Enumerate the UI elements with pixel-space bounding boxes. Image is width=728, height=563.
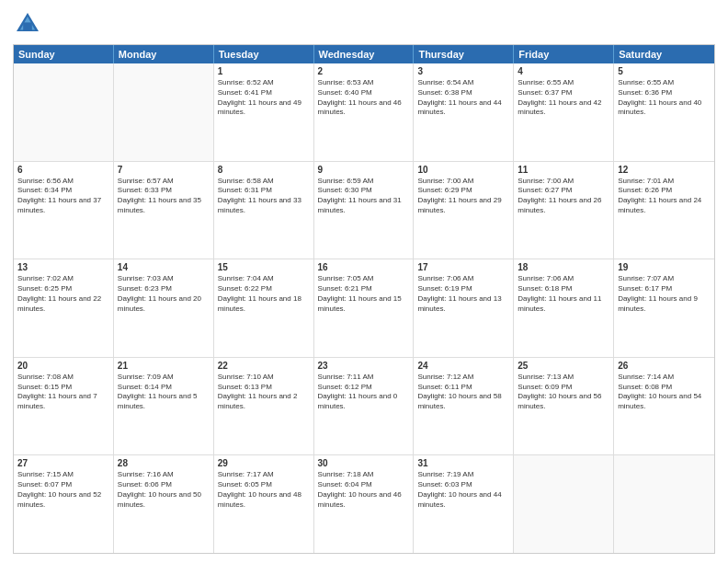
day-number: 19 bbox=[618, 262, 711, 272]
day-info: Sunrise: 7:03 AM Sunset: 6:23 PM Dayligh… bbox=[118, 274, 210, 314]
day-info: Sunrise: 6:54 AM Sunset: 6:38 PM Dayligh… bbox=[417, 78, 509, 118]
day-info: Sunrise: 7:06 AM Sunset: 6:19 PM Dayligh… bbox=[417, 274, 509, 314]
col-header-tuesday: Tuesday bbox=[214, 45, 314, 63]
day-info: Sunrise: 7:13 AM Sunset: 6:09 PM Dayligh… bbox=[518, 373, 609, 412]
cal-cell: 4Sunrise: 6:55 AM Sunset: 6:37 PM Daylig… bbox=[514, 63, 614, 161]
header bbox=[13, 9, 715, 39]
day-number: 9 bbox=[318, 165, 410, 175]
day-number: 28 bbox=[118, 458, 210, 468]
day-number: 16 bbox=[318, 262, 410, 272]
cal-cell bbox=[514, 455, 614, 553]
day-info: Sunrise: 6:58 AM Sunset: 6:31 PM Dayligh… bbox=[218, 177, 310, 216]
page: SundayMondayTuesdayWednesdayThursdayFrid… bbox=[0, 0, 728, 563]
day-info: Sunrise: 6:55 AM Sunset: 6:36 PM Dayligh… bbox=[618, 78, 711, 118]
day-number: 17 bbox=[417, 262, 509, 272]
cal-cell: 23Sunrise: 7:11 AM Sunset: 6:12 PM Dayli… bbox=[314, 358, 415, 455]
cal-cell: 16Sunrise: 7:05 AM Sunset: 6:21 PM Dayli… bbox=[314, 259, 415, 357]
day-info: Sunrise: 6:55 AM Sunset: 6:37 PM Dayligh… bbox=[518, 78, 609, 118]
day-info: Sunrise: 7:02 AM Sunset: 6:25 PM Dayligh… bbox=[17, 274, 109, 314]
day-number: 1 bbox=[218, 66, 310, 76]
cal-cell: 9Sunrise: 6:59 AM Sunset: 6:30 PM Daylig… bbox=[314, 162, 415, 259]
day-number: 8 bbox=[218, 165, 310, 175]
cal-cell: 19Sunrise: 7:07 AM Sunset: 6:17 PM Dayli… bbox=[614, 259, 714, 357]
week-row-5: 27Sunrise: 7:15 AM Sunset: 6:07 PM Dayli… bbox=[14, 455, 714, 553]
cal-cell: 6Sunrise: 6:56 AM Sunset: 6:34 PM Daylig… bbox=[14, 162, 114, 259]
day-info: Sunrise: 7:11 AM Sunset: 6:12 PM Dayligh… bbox=[318, 373, 410, 412]
logo bbox=[13, 9, 46, 39]
day-info: Sunrise: 7:07 AM Sunset: 6:17 PM Dayligh… bbox=[618, 274, 711, 314]
cal-cell: 29Sunrise: 7:17 AM Sunset: 6:05 PM Dayli… bbox=[214, 455, 314, 553]
col-header-friday: Friday bbox=[514, 45, 614, 63]
day-info: Sunrise: 6:53 AM Sunset: 6:40 PM Dayligh… bbox=[318, 78, 410, 118]
day-number: 31 bbox=[417, 458, 509, 468]
day-number: 11 bbox=[518, 165, 609, 175]
day-info: Sunrise: 6:52 AM Sunset: 6:41 PM Dayligh… bbox=[218, 78, 310, 118]
cal-cell: 3Sunrise: 6:54 AM Sunset: 6:38 PM Daylig… bbox=[414, 63, 514, 161]
cal-cell: 1Sunrise: 6:52 AM Sunset: 6:41 PM Daylig… bbox=[214, 63, 314, 161]
day-number: 22 bbox=[218, 361, 310, 371]
day-number: 5 bbox=[618, 66, 711, 76]
day-number: 2 bbox=[318, 66, 410, 76]
cal-cell: 12Sunrise: 7:01 AM Sunset: 6:26 PM Dayli… bbox=[614, 162, 714, 259]
day-number: 13 bbox=[17, 262, 109, 272]
day-number: 14 bbox=[118, 262, 210, 272]
cal-cell: 2Sunrise: 6:53 AM Sunset: 6:40 PM Daylig… bbox=[314, 63, 415, 161]
cal-cell: 7Sunrise: 6:57 AM Sunset: 6:33 PM Daylig… bbox=[114, 162, 214, 259]
cal-cell: 25Sunrise: 7:13 AM Sunset: 6:09 PM Dayli… bbox=[514, 358, 614, 455]
day-info: Sunrise: 6:57 AM Sunset: 6:33 PM Dayligh… bbox=[118, 177, 210, 216]
svg-rect-2 bbox=[23, 22, 32, 31]
cal-cell: 11Sunrise: 7:00 AM Sunset: 6:27 PM Dayli… bbox=[514, 162, 614, 259]
week-row-1: 1Sunrise: 6:52 AM Sunset: 6:41 PM Daylig… bbox=[14, 63, 714, 162]
col-header-saturday: Saturday bbox=[614, 45, 714, 63]
day-info: Sunrise: 7:17 AM Sunset: 6:05 PM Dayligh… bbox=[218, 470, 310, 510]
day-number: 25 bbox=[518, 361, 609, 371]
col-header-sunday: Sunday bbox=[14, 45, 114, 63]
day-info: Sunrise: 7:00 AM Sunset: 6:29 PM Dayligh… bbox=[417, 177, 509, 216]
day-info: Sunrise: 7:15 AM Sunset: 6:07 PM Dayligh… bbox=[17, 470, 109, 510]
week-row-3: 13Sunrise: 7:02 AM Sunset: 6:25 PM Dayli… bbox=[14, 259, 714, 358]
cal-cell: 24Sunrise: 7:12 AM Sunset: 6:11 PM Dayli… bbox=[414, 358, 514, 455]
day-info: Sunrise: 7:04 AM Sunset: 6:22 PM Dayligh… bbox=[218, 274, 310, 314]
calendar: SundayMondayTuesdayWednesdayThursdayFrid… bbox=[13, 44, 715, 554]
day-info: Sunrise: 7:06 AM Sunset: 6:18 PM Dayligh… bbox=[518, 274, 609, 314]
day-info: Sunrise: 7:12 AM Sunset: 6:11 PM Dayligh… bbox=[417, 373, 509, 412]
cal-cell bbox=[614, 455, 714, 553]
cal-cell bbox=[114, 63, 214, 161]
day-info: Sunrise: 7:14 AM Sunset: 6:08 PM Dayligh… bbox=[618, 373, 711, 412]
cal-cell: 26Sunrise: 7:14 AM Sunset: 6:08 PM Dayli… bbox=[614, 358, 714, 455]
cal-cell: 10Sunrise: 7:00 AM Sunset: 6:29 PM Dayli… bbox=[414, 162, 514, 259]
cal-cell: 28Sunrise: 7:16 AM Sunset: 6:06 PM Dayli… bbox=[114, 455, 214, 553]
week-row-4: 20Sunrise: 7:08 AM Sunset: 6:15 PM Dayli… bbox=[14, 358, 714, 456]
day-info: Sunrise: 6:56 AM Sunset: 6:34 PM Dayligh… bbox=[17, 177, 109, 216]
week-row-2: 6Sunrise: 6:56 AM Sunset: 6:34 PM Daylig… bbox=[14, 162, 714, 260]
calendar-header: SundayMondayTuesdayWednesdayThursdayFrid… bbox=[14, 45, 714, 63]
cal-cell: 15Sunrise: 7:04 AM Sunset: 6:22 PM Dayli… bbox=[214, 259, 314, 357]
day-number: 10 bbox=[417, 165, 509, 175]
cal-cell: 27Sunrise: 7:15 AM Sunset: 6:07 PM Dayli… bbox=[14, 455, 114, 553]
logo-icon bbox=[13, 9, 42, 39]
day-number: 23 bbox=[318, 361, 410, 371]
day-info: Sunrise: 7:19 AM Sunset: 6:03 PM Dayligh… bbox=[417, 470, 509, 510]
day-number: 7 bbox=[118, 165, 210, 175]
day-number: 26 bbox=[618, 361, 711, 371]
day-info: Sunrise: 7:00 AM Sunset: 6:27 PM Dayligh… bbox=[518, 177, 609, 216]
cal-cell: 17Sunrise: 7:06 AM Sunset: 6:19 PM Dayli… bbox=[414, 259, 514, 357]
cal-cell bbox=[14, 63, 114, 161]
cal-cell: 5Sunrise: 6:55 AM Sunset: 6:36 PM Daylig… bbox=[614, 63, 714, 161]
day-number: 21 bbox=[118, 361, 210, 371]
day-number: 24 bbox=[417, 361, 509, 371]
cal-cell: 30Sunrise: 7:18 AM Sunset: 6:04 PM Dayli… bbox=[314, 455, 415, 553]
col-header-thursday: Thursday bbox=[414, 45, 514, 63]
day-number: 12 bbox=[618, 165, 711, 175]
cal-cell: 21Sunrise: 7:09 AM Sunset: 6:14 PM Dayli… bbox=[114, 358, 214, 455]
day-number: 30 bbox=[318, 458, 410, 468]
day-number: 6 bbox=[17, 165, 109, 175]
cal-cell: 13Sunrise: 7:02 AM Sunset: 6:25 PM Dayli… bbox=[14, 259, 114, 357]
day-info: Sunrise: 7:08 AM Sunset: 6:15 PM Dayligh… bbox=[17, 373, 109, 412]
cal-cell: 18Sunrise: 7:06 AM Sunset: 6:18 PM Dayli… bbox=[514, 259, 614, 357]
day-number: 29 bbox=[218, 458, 310, 468]
day-info: Sunrise: 7:10 AM Sunset: 6:13 PM Dayligh… bbox=[218, 373, 310, 412]
col-header-wednesday: Wednesday bbox=[314, 45, 415, 63]
cal-cell: 31Sunrise: 7:19 AM Sunset: 6:03 PM Dayli… bbox=[414, 455, 514, 553]
day-info: Sunrise: 7:05 AM Sunset: 6:21 PM Dayligh… bbox=[318, 274, 410, 314]
